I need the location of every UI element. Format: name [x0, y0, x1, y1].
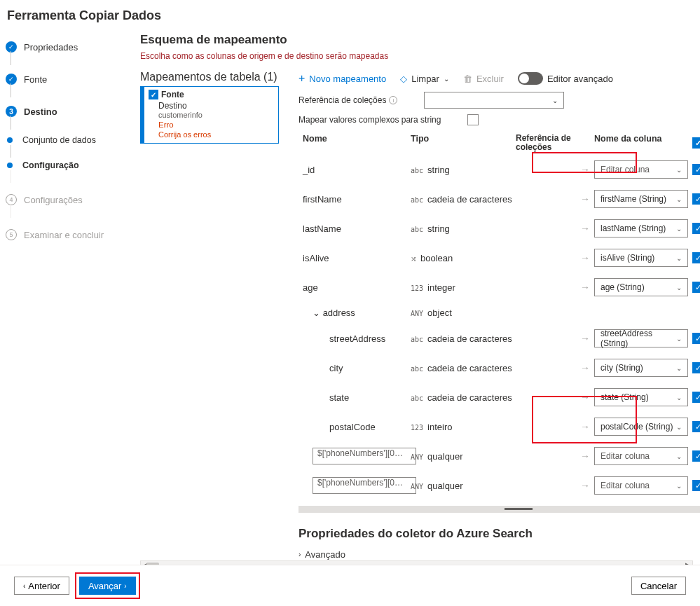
- delete-button[interactable]: 🗑 Excluir: [463, 74, 504, 84]
- type-icon: abc: [411, 196, 423, 204]
- section-subtitle: Escolha como as colunas de origem e de d…: [140, 51, 693, 61]
- dest-column-select[interactable]: firstName (String)⌄: [594, 190, 688, 208]
- highlight-box: Avançar›: [75, 572, 140, 599]
- dest-column-select[interactable]: Editar coluna⌄: [594, 160, 688, 179]
- info-icon[interactable]: i: [389, 96, 397, 104]
- step-review[interactable]: 5 Examinar e concluir: [4, 223, 133, 246]
- substep-conjunto[interactable]: Conjunto de dados: [4, 130, 133, 151]
- dest-column-select[interactable]: Editar coluna⌄: [594, 447, 688, 465]
- cancel-button[interactable]: Cancelar: [631, 577, 686, 595]
- arrow-right-icon: →: [576, 363, 594, 373]
- row-name: firstName: [298, 194, 411, 205]
- arrow-right-icon: →: [576, 282, 594, 293]
- row-name: postalCode: [298, 422, 411, 432]
- row-name: lastName: [298, 223, 411, 234]
- arrow-right-icon: →: [576, 253, 594, 263]
- step-destino[interactable]: 3 Destino: [4, 100, 133, 123]
- type-icon: 123: [411, 284, 423, 292]
- collection-ref-select[interactable]: ⌄: [424, 92, 564, 109]
- new-mapping-button[interactable]: + Novo mapeamento: [298, 72, 386, 85]
- include-checkbox[interactable]: ✓: [692, 164, 700, 175]
- mapping-row: isAlive⤭boolean→isAlive (String)⌄✓: [298, 243, 700, 273]
- include-checkbox[interactable]: ✓: [692, 421, 700, 432]
- toggle-icon[interactable]: [518, 72, 543, 85]
- row-name: _id: [298, 165, 411, 175]
- chevron-down-icon: ⌄: [676, 423, 682, 431]
- include-checkbox[interactable]: ✓: [692, 333, 700, 344]
- step-propriedades[interactable]: ✓ Propriedades: [4, 36, 133, 58]
- row-type: abccadeia de caracteres: [411, 194, 516, 205]
- mapping-grid: Nome Tipo Referência de coleções Nome da…: [298, 131, 700, 500]
- include-checkbox[interactable]: ✓: [692, 450, 700, 462]
- map-complex-checkbox[interactable]: [467, 114, 479, 125]
- dest-column-select[interactable]: city (String)⌄: [594, 359, 688, 377]
- name-input[interactable]: $['phoneNumbers'][0…: [313, 448, 416, 464]
- step-config[interactable]: 4 Configurações: [4, 188, 133, 211]
- dest-column-select[interactable]: age (String)⌄: [594, 278, 688, 296]
- type-icon: ANY: [411, 310, 423, 317]
- tree-error: Erro: [149, 120, 274, 129]
- dest-column-select[interactable]: Editar coluna⌄: [594, 476, 688, 495]
- name-input[interactable]: $['phoneNumbers'][0…: [313, 477, 416, 494]
- row-type: abcstring: [411, 165, 516, 175]
- horizontal-scrollbar[interactable]: [298, 506, 700, 513]
- arrow-right-icon: →: [576, 422, 594, 432]
- table-mapping-tree[interactable]: ✓Fonte Destino customerinfo Erro Corrija…: [140, 86, 279, 144]
- row-name: $['phoneNumbers'][0…: [298, 448, 411, 464]
- advanced-expander[interactable]: › Avançado: [298, 549, 700, 560]
- include-checkbox[interactable]: ✓: [692, 392, 700, 403]
- advanced-toggle[interactable]: Editor avançado: [518, 72, 613, 85]
- chevron-down-icon: ⌄: [676, 225, 682, 233]
- col-header-ref: Referência de coleções: [516, 134, 594, 152]
- mapping-row: postalCode123inteiro→postalCode (String)…: [298, 412, 700, 441]
- plus-icon: +: [298, 72, 305, 85]
- type-icon: abc: [411, 226, 423, 233]
- col-header-name: Nome: [298, 134, 411, 152]
- row-name: age: [298, 282, 411, 293]
- chevron-right-icon: ›: [298, 551, 301, 558]
- dest-column-select[interactable]: postalCode (String)⌄: [594, 418, 688, 436]
- next-button[interactable]: Avançar›: [79, 577, 136, 595]
- chevron-down-icon: ⌄: [676, 482, 682, 490]
- substep-config[interactable]: Configuração: [4, 155, 133, 176]
- clear-button[interactable]: ◇ Limpar ⌄: [400, 74, 449, 84]
- arrow-right-icon: →: [576, 194, 594, 205]
- include-checkbox[interactable]: ✓: [692, 362, 700, 373]
- footer: ‹Anterior Avançar› Cancelar: [0, 565, 700, 606]
- type-icon: 123: [411, 424, 423, 432]
- arrow-right-icon: →: [576, 392, 594, 403]
- chevron-down-icon: ⌄: [676, 166, 682, 174]
- dest-column-select[interactable]: isAlive (String)⌄: [594, 249, 688, 267]
- dest-column-select[interactable]: lastName (String)⌄: [594, 219, 688, 237]
- tree-source: Fonte: [161, 90, 184, 99]
- include-checkbox[interactable]: ✓: [692, 252, 700, 263]
- dest-column-select[interactable]: streetAddress (String)⌄: [594, 329, 688, 347]
- chevron-down-icon: ⌄: [676, 284, 682, 291]
- chevron-down-icon[interactable]: ⌄: [313, 308, 323, 318]
- prev-button[interactable]: ‹Anterior: [14, 577, 69, 595]
- type-icon: abc: [411, 336, 423, 343]
- chevron-left-icon: ‹: [23, 582, 25, 590]
- mapping-row: _idabcstring→Editar coluna⌄✓: [298, 155, 700, 184]
- mapping-row: firstNameabccadeia de caracteres→firstNa…: [298, 184, 700, 214]
- include-checkbox[interactable]: ✓: [692, 193, 700, 205]
- chevron-down-icon: ⌄: [676, 394, 682, 401]
- col-header-dest: Nome da coluna: [594, 134, 692, 152]
- collection-ref-label: Referência de coleçõesi: [298, 95, 397, 105]
- chevron-down-icon: ⌄: [676, 335, 682, 343]
- dest-column-select[interactable]: state (String)⌄: [594, 388, 688, 406]
- include-checkbox[interactable]: ✓: [692, 223, 700, 234]
- arrow-right-icon: →: [576, 481, 594, 491]
- include-checkbox[interactable]: ✓: [692, 282, 700, 293]
- step-fonte[interactable]: ✓ Fonte: [4, 68, 133, 90]
- step-number-icon: 5: [6, 229, 17, 240]
- map-complex-label: Mapear valores complexos para string: [298, 115, 441, 125]
- row-name: city: [298, 363, 411, 373]
- type-icon: abc: [411, 365, 423, 373]
- checkbox-all[interactable]: ✓: [692, 137, 700, 149]
- sink-title: Propriedades do coletor do Azure Search: [298, 527, 700, 541]
- include-checkbox[interactable]: ✓: [692, 480, 700, 491]
- row-type: abccadeia de caracteres: [411, 392, 516, 403]
- mapping-row: stateabccadeia de caracteres→state (Stri…: [298, 383, 700, 412]
- col-header-inc: ✓Inc: [692, 134, 700, 152]
